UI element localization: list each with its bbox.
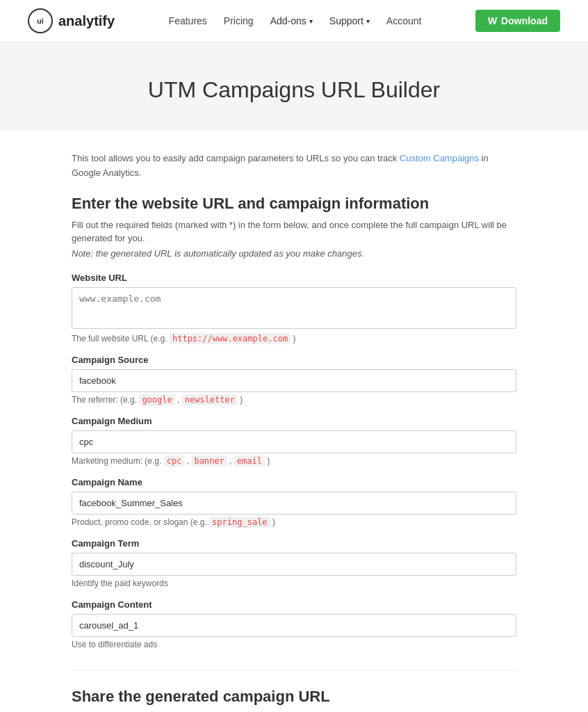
custom-campaigns-link[interactable]: Custom Campaigns [400, 153, 479, 163]
intro-text: This tool allows you to easily add campa… [72, 152, 516, 181]
nav-support[interactable]: Support [329, 15, 370, 26]
campaign-source-input[interactable] [72, 369, 516, 392]
campaign-content-label: Campaign Content [72, 599, 516, 610]
logo-icon: ui [28, 8, 53, 33]
campaign-source-group: Campaign Source The referrer: (e.g. goog… [72, 355, 516, 405]
campaign-term-group: Campaign Term Identify the paid keywords [72, 538, 516, 588]
campaign-content-group: Campaign Content Use to differentiate ad… [72, 599, 516, 649]
form-section-desc: Fill out the required fields (marked wit… [72, 218, 516, 245]
campaign-medium-group: Campaign Medium Marketing medium: (e.g. … [72, 416, 516, 466]
main-content: This tool allows you to easily add campa… [58, 131, 530, 712]
campaign-medium-label: Campaign Medium [72, 416, 516, 426]
campaign-term-hint: Identify the paid keywords [72, 578, 516, 588]
form-section-note: Note: the generated URL is automatically… [72, 248, 516, 259]
campaign-medium-hint: Marketing medium: (e.g. cpc , banner , e… [72, 456, 516, 466]
campaign-name-hint: Product, promo code, or slogan (e.g. spr… [72, 517, 516, 527]
website-url-group: Website URL The full website URL (e.g. h… [72, 273, 516, 343]
share-section: Share the generated campaign URL Use thi… [72, 670, 516, 712]
download-button[interactable]: Download [475, 10, 560, 32]
campaign-source-label: Campaign Source [72, 355, 516, 365]
campaign-name-group: Campaign Name Product, promo code, or sl… [72, 477, 516, 527]
campaign-source-hint: The referrer: (e.g. google , newsletter … [72, 395, 516, 405]
website-url-label: Website URL [72, 273, 516, 283]
nav-links: Features Pricing Add-ons Support Account [169, 15, 422, 26]
website-url-hint: The full website URL (e.g. https://www.e… [72, 334, 516, 343]
page-title: UTM Campaigns URL Builder [14, 77, 574, 103]
nav-pricing[interactable]: Pricing [224, 15, 254, 26]
navbar: ui analytify Features Pricing Add-ons Su… [0, 0, 588, 42]
hero-section: UTM Campaigns URL Builder [0, 42, 588, 131]
nav-addons[interactable]: Add-ons [270, 15, 313, 26]
share-title: Share the generated campaign URL [72, 688, 516, 706]
campaign-content-input[interactable] [72, 614, 516, 637]
campaign-content-hint: Use to differentiate ads [72, 640, 516, 649]
campaign-term-label: Campaign Term [72, 538, 516, 549]
campaign-name-input[interactable] [72, 492, 516, 515]
campaign-name-label: Campaign Name [72, 477, 516, 487]
website-url-input[interactable] [72, 287, 516, 329]
campaign-medium-input[interactable] [72, 430, 516, 453]
form-section-title: Enter the website URL and campaign infor… [72, 195, 516, 213]
campaign-term-input[interactable] [72, 553, 516, 576]
nav-features[interactable]: Features [169, 15, 207, 26]
logo-text: analytify [58, 13, 115, 29]
logo[interactable]: ui analytify [28, 8, 115, 33]
nav-account[interactable]: Account [386, 15, 422, 26]
